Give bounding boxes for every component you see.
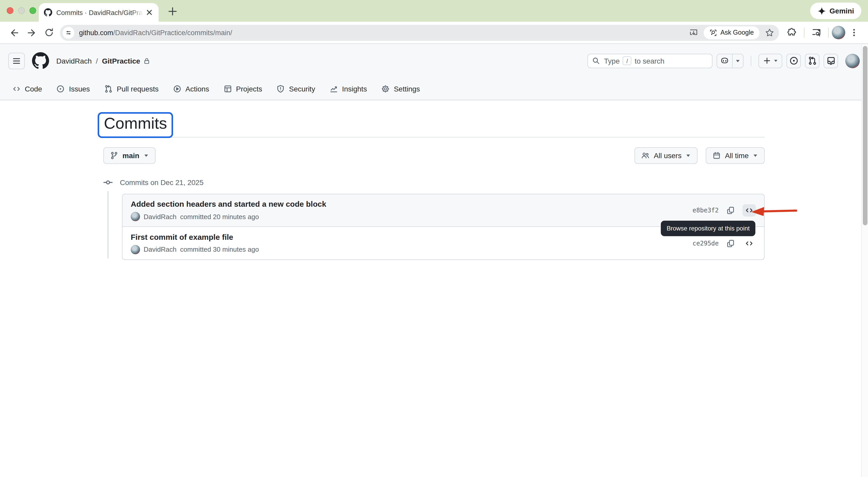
branch-icon	[110, 151, 118, 160]
commit-sha[interactable]: ce295de	[692, 240, 719, 247]
gemini-button[interactable]: Gemini	[810, 3, 861, 19]
breadcrumb-owner[interactable]: DavidRach	[56, 57, 92, 65]
tab-security[interactable]: Security	[272, 81, 320, 96]
all-time-filter[interactable]: All time	[706, 147, 765, 164]
copilot-dropdown-caret-icon[interactable]	[733, 54, 743, 67]
create-new-button[interactable]	[758, 54, 782, 68]
tab-actions[interactable]: Actions	[168, 81, 214, 96]
shield-icon	[277, 85, 285, 93]
commit-date-header: Commits on Dec 21, 2025	[120, 178, 204, 186]
lock-icon	[144, 57, 151, 64]
minimize-window-button[interactable]	[18, 7, 25, 14]
branch-selector[interactable]: main	[103, 147, 155, 164]
all-users-filter[interactable]: All users	[635, 147, 698, 164]
tab-close-icon[interactable]	[145, 8, 153, 17]
code-icon	[12, 85, 21, 93]
commit-list-card: Added section headers and started a new …	[122, 194, 765, 260]
copilot-icon[interactable]	[717, 54, 733, 67]
chevron-down-icon	[686, 153, 691, 158]
all-users-label: All users	[654, 151, 681, 160]
browse-repo-at-commit-button[interactable]	[742, 237, 756, 249]
tab-settings[interactable]: Settings	[376, 81, 425, 96]
copy-sha-icon[interactable]	[724, 237, 737, 249]
ask-google-label: Ask Google	[720, 29, 754, 36]
tab-insights[interactable]: Insights	[324, 81, 372, 96]
tooltip: Browse repository at this point	[661, 221, 755, 236]
commit-sha[interactable]: e8be3f2	[692, 207, 719, 214]
gemini-spark-icon	[817, 6, 826, 15]
commit-author[interactable]: DavidRach	[144, 245, 177, 253]
inbox-icon-button[interactable]	[824, 54, 838, 68]
controls-row: main All users All time	[103, 147, 765, 164]
table-icon	[224, 85, 232, 93]
commit-title-link[interactable]: First commit of example file	[131, 232, 259, 241]
breadcrumb-repo[interactable]: GitPractice	[102, 57, 140, 65]
traffic-lights	[7, 7, 36, 14]
new-tab-button[interactable]	[166, 5, 179, 18]
search-placeholder: Type / to search	[604, 56, 664, 65]
forward-icon[interactable]	[23, 24, 40, 41]
back-icon[interactable]	[5, 24, 23, 41]
browser-toolbar: github.com/DavidRach/GitPractice/commits…	[0, 22, 868, 44]
commit-author-avatar[interactable]	[131, 245, 140, 254]
browser-tab[interactable]: Commits · DavidRach/GitPrac	[39, 3, 159, 22]
zoom-window-button[interactable]	[29, 7, 36, 14]
titlebar: Commits · DavidRach/GitPrac Gemini	[0, 0, 868, 22]
commit-author-avatar[interactable]	[131, 212, 140, 221]
install-icon[interactable]	[689, 28, 699, 37]
toolbar-divider	[828, 28, 829, 37]
header-divider	[751, 56, 751, 66]
url-host: github.com	[79, 29, 113, 36]
tab-code[interactable]: Code	[7, 81, 47, 96]
tab-issues[interactable]: Issues	[52, 81, 95, 96]
branch-label: main	[122, 151, 139, 160]
reload-icon[interactable]	[40, 24, 58, 41]
commit-title-link[interactable]: Added section headers and started a new …	[131, 200, 326, 208]
ask-google-button[interactable]: Ask Google	[704, 26, 760, 39]
site-info-icon[interactable]	[63, 27, 74, 38]
slash-key-icon: /	[623, 56, 632, 65]
tab-pull-requests[interactable]: Pull requests	[99, 81, 164, 96]
scrollbar-thumb[interactable]	[863, 46, 867, 225]
hamburger-menu-button[interactable]	[8, 53, 25, 69]
commit-date-group: Commits on Dec 21, 2025	[103, 178, 765, 187]
url-bar[interactable]: github.com/DavidRach/GitPractice/commits…	[60, 25, 779, 40]
close-window-button[interactable]	[7, 7, 13, 14]
copilot-button[interactable]	[717, 54, 743, 68]
breadcrumb: DavidRach / GitPractice	[56, 57, 151, 65]
main-content: Commits main All users	[103, 112, 765, 260]
tab-projects[interactable]: Projects	[219, 81, 268, 96]
title-row: Commits	[103, 112, 765, 138]
red-arrow-annotation	[750, 205, 797, 218]
github-logo-icon[interactable]	[32, 52, 49, 69]
people-icon	[642, 151, 650, 160]
commit-meta: committed 20 minutes ago	[180, 213, 259, 220]
commit-author[interactable]: DavidRach	[144, 213, 177, 220]
browser-window: Commits · DavidRach/GitPrac Gemini	[0, 0, 868, 477]
bookmark-star-icon[interactable]	[765, 28, 774, 37]
browser-profile-avatar[interactable]	[832, 26, 845, 39]
calendar-icon	[712, 151, 721, 160]
copy-sha-icon[interactable]	[724, 204, 737, 216]
commit-icon	[103, 178, 113, 187]
commit-timeline: Commits on Dec 21, 2025 Added section he…	[103, 178, 765, 260]
google-lens-icon	[710, 29, 717, 36]
github-profile-avatar[interactable]	[845, 54, 860, 68]
scrollbar[interactable]	[861, 44, 868, 477]
commit-meta: committed 30 minutes ago	[180, 245, 259, 253]
extensions-puzzle-icon[interactable]	[783, 24, 801, 41]
url-path: /DavidRach/GitPractice/commits/main/	[113, 29, 232, 36]
browser-menu-kebab-icon[interactable]	[845, 24, 863, 41]
issues-icon-button[interactable]	[786, 54, 801, 68]
search-input[interactable]: Type / to search	[587, 54, 712, 68]
play-circle-icon	[173, 85, 181, 93]
chevron-down-icon	[144, 153, 149, 158]
pull-requests-icon-button[interactable]	[805, 54, 819, 68]
side-search-icon[interactable]	[808, 24, 825, 41]
pull-request-icon	[104, 85, 113, 93]
url-text: github.com/DavidRach/GitPractice/commits…	[79, 29, 689, 36]
page-title: Commits	[98, 112, 173, 138]
all-time-label: All time	[725, 151, 749, 160]
chevron-down-icon	[753, 153, 758, 158]
github-header: DavidRach / GitPractice Type / to search	[0, 44, 868, 78]
